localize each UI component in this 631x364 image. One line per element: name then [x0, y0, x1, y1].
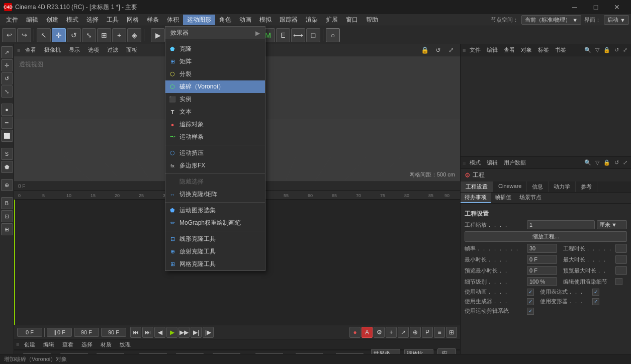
- vp-expand[interactable]: ⤢: [445, 45, 457, 56]
- subtab-todo[interactable]: 待办事项: [461, 193, 491, 203]
- rp-bookmark[interactable]: 书签: [553, 46, 568, 54]
- sidebar-b2[interactable]: ⊡: [1, 210, 13, 222]
- keyframe-btn[interactable]: ⚙: [374, 327, 385, 338]
- scene-create[interactable]: 创建: [21, 340, 38, 349]
- dd-clone[interactable]: ⬟ 克隆: [165, 43, 265, 55]
- rp-edit[interactable]: 编辑: [485, 46, 500, 54]
- tab-info[interactable]: 信息: [527, 181, 549, 192]
- rotate-tool[interactable]: ↺: [67, 28, 81, 42]
- sidebar-edge[interactable]: ━: [1, 117, 13, 129]
- props-userdata[interactable]: 用户数据: [502, 158, 528, 167]
- goto-start[interactable]: ⏮: [130, 327, 141, 338]
- menu-character[interactable]: 角色: [215, 15, 235, 25]
- playhead[interactable]: [14, 200, 15, 325]
- vp-panel[interactable]: 面板: [123, 46, 140, 54]
- prop-prevmax-value[interactable]: [615, 266, 627, 275]
- frame-end2[interactable]: 90 F: [101, 328, 126, 337]
- scene-edit[interactable]: 编辑: [40, 340, 57, 349]
- rp-tag[interactable]: 标签: [536, 46, 551, 54]
- obj-camera[interactable]: □: [306, 28, 320, 42]
- sidebar-poly[interactable]: ⬜: [1, 130, 13, 142]
- menu-file[interactable]: 文件: [2, 15, 22, 25]
- maximize-button[interactable]: □: [586, 0, 606, 14]
- sidebar-mode3[interactable]: ↺: [1, 72, 13, 84]
- dd-moweight[interactable]: ✏ MoGraph权重绘制画笔: [165, 217, 265, 229]
- prop-animation-check[interactable]: [527, 289, 534, 296]
- prop-moclip-check[interactable]: [527, 308, 534, 315]
- scene-select[interactable]: 选择: [78, 340, 96, 349]
- frame-end1[interactable]: 90 F: [74, 328, 99, 337]
- tab-reference[interactable]: 参考: [576, 181, 597, 192]
- step-forward[interactable]: ▶|: [191, 327, 202, 338]
- sidebar-snap[interactable]: ⊕: [1, 179, 13, 191]
- props-filter-icon[interactable]: ▽: [594, 159, 601, 166]
- props-mode[interactable]: 模式: [468, 158, 483, 167]
- menu-mograph[interactable]: 运动图形: [183, 15, 215, 25]
- step-back[interactable]: ◀: [154, 327, 165, 338]
- vp-filter[interactable]: 过滤: [104, 46, 121, 54]
- prop-fps-value[interactable]: 30: [527, 244, 557, 253]
- props-edit[interactable]: 编辑: [485, 158, 500, 167]
- goto-end[interactable]: |▶: [203, 327, 214, 338]
- menu-window[interactable]: 窗口: [342, 15, 362, 25]
- node-space-dropdown[interactable]: 当前（标准/物理） ▼: [521, 15, 581, 25]
- sidebar-b1[interactable]: B: [1, 197, 13, 209]
- props-search-icon[interactable]: 🔍: [583, 159, 593, 166]
- obj-effector[interactable]: E: [276, 28, 290, 42]
- props-refresh-icon[interactable]: ↺: [613, 159, 620, 166]
- rp-file[interactable]: 文件: [468, 46, 483, 54]
- props-menu-icon[interactable]: ≡: [463, 160, 466, 166]
- scale-tool[interactable]: ⤡: [82, 28, 96, 42]
- dd-linear-clone[interactable]: ⊟ 线形克隆工具: [165, 233, 265, 245]
- select-tool[interactable]: ↖: [37, 28, 51, 42]
- menu-help[interactable]: 帮助: [362, 15, 382, 25]
- dd-moextrude[interactable]: ⬡ 运动挤压: [165, 147, 265, 159]
- prop-renderdetail-check[interactable]: [615, 278, 622, 285]
- minimize-button[interactable]: ─: [565, 0, 585, 14]
- subtab-scene[interactable]: 场景节点: [515, 193, 546, 203]
- search-icon[interactable]: 🔍: [583, 46, 593, 54]
- dd-mospline[interactable]: 〜 运动样条: [165, 131, 265, 143]
- play-forward[interactable]: ▶: [166, 327, 177, 338]
- motion2-btn[interactable]: ⊕: [410, 327, 421, 338]
- interface-dropdown[interactable]: 启动 ▼: [604, 15, 629, 25]
- vp-options[interactable]: 选项: [85, 46, 102, 54]
- sidebar-mode2[interactable]: ✛: [1, 59, 13, 71]
- dd-instance[interactable]: ⬛ 实例: [165, 93, 265, 106]
- menu-tools[interactable]: 工具: [103, 15, 123, 25]
- add-tool[interactable]: +: [112, 28, 126, 42]
- tab-dynamics[interactable]: 动力学: [549, 181, 576, 192]
- prop-expression-check[interactable]: [592, 289, 599, 296]
- rp-menu-icon[interactable]: ≡: [463, 47, 466, 53]
- props-lock-icon[interactable]: 🔒: [602, 159, 612, 166]
- scene-menu-icon[interactable]: ≡: [16, 341, 19, 347]
- play-swing[interactable]: ▶▶: [178, 327, 190, 338]
- transform-tool[interactable]: ⊞: [97, 28, 111, 42]
- dd-hidesel[interactable]: 隐藏选择: [165, 175, 265, 188]
- dd-split[interactable]: ⬡ 分裂: [165, 68, 265, 80]
- vp-view[interactable]: 查看: [22, 46, 39, 54]
- subtab-interp[interactable]: 帧插值: [491, 193, 515, 203]
- menu-render[interactable]: 渲染: [302, 15, 322, 25]
- move-tool[interactable]: ✛: [52, 28, 66, 42]
- prop-detail-value[interactable]: 100 %: [527, 277, 557, 286]
- prop-generator-check[interactable]: [527, 298, 534, 305]
- auto-key[interactable]: A: [362, 327, 373, 338]
- dd-matrix[interactable]: ⊞ 矩阵: [165, 55, 265, 68]
- record-btn[interactable]: ●: [349, 327, 360, 338]
- dd-radial-clone[interactable]: ⊕ 放射克隆工具: [165, 245, 265, 258]
- prop-deformer-check[interactable]: [592, 298, 599, 305]
- dd-grid-clone[interactable]: ⊞ 网格克隆工具: [165, 258, 265, 270]
- motion-btn[interactable]: ↗: [398, 327, 409, 338]
- sidebar-point[interactable]: ●: [1, 104, 13, 116]
- close-button[interactable]: ✕: [607, 0, 627, 14]
- prev-key[interactable]: ⏭: [142, 327, 153, 338]
- vp-display[interactable]: 显示: [66, 46, 83, 54]
- dd-effector[interactable]: 效果器 ▶: [165, 27, 265, 39]
- expand-icon[interactable]: ⤢: [621, 46, 629, 54]
- sidebar-s2[interactable]: ⬟: [1, 161, 13, 173]
- vp-refresh[interactable]: ↺: [432, 45, 444, 56]
- menu-simulate[interactable]: 模拟: [255, 15, 276, 25]
- titlebar-controls[interactable]: ─ □ ✕: [565, 0, 627, 14]
- render-view[interactable]: ▶: [151, 28, 165, 42]
